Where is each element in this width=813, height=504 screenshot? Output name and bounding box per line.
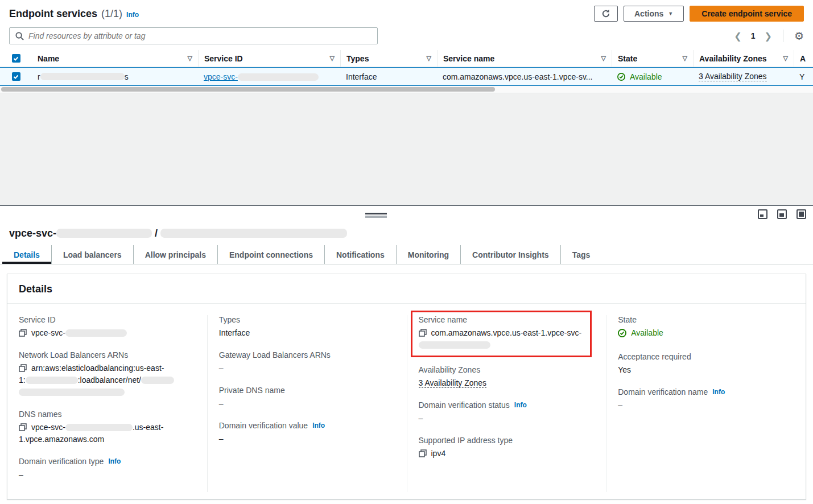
tab-monitoring[interactable]: Monitoring [396, 245, 460, 264]
resource-count: (1/1) [101, 8, 122, 20]
empty-value: – [618, 399, 794, 411]
page-header: Endpoint services (1/1) Info Actions ▼ C… [0, 0, 813, 25]
field-service-id: Service ID vpce-svc- [19, 315, 196, 339]
split-pane-drag-handle[interactable] [365, 213, 387, 218]
search-input[interactable] [28, 31, 372, 40]
column-header-service-name: Service name [443, 54, 494, 63]
copy-icon[interactable] [419, 449, 427, 457]
next-page-icon[interactable]: ❯ [764, 31, 773, 42]
detail-split-pane: vpce-svc- / Details Load balancers Allow… [0, 205, 813, 504]
select-all-checkbox[interactable] [12, 54, 20, 63]
sort-icon[interactable]: ▽ [188, 55, 192, 62]
sort-icon[interactable]: ▽ [330, 55, 335, 62]
redacted-title-name [160, 229, 347, 238]
dns-value-line2: 1.vpce.amazonaws.com [19, 435, 104, 444]
nlb-arn-line2-prefix: 1: [19, 375, 26, 385]
sort-icon[interactable]: ▽ [783, 55, 788, 62]
column-header-name: Name [38, 54, 59, 63]
column-header-service-id: Service ID [204, 54, 243, 63]
detail-pane-title: vpce-svc- / [0, 223, 813, 245]
divider [783, 30, 784, 42]
service-name-highlight-box: Service name com.amazonaws.vpce.us-east-… [411, 311, 592, 357]
header-info-link[interactable]: Info [126, 11, 139, 19]
field-domain-verification-value: Domain verification value Info – [219, 421, 395, 445]
field-label: Acceptance required [618, 352, 794, 361]
tab-allow-principals[interactable]: Allow principals [133, 245, 217, 264]
service-id-prefix: vpce-svc- [204, 72, 238, 81]
field-label: Service ID [19, 315, 196, 324]
gear-icon[interactable]: ⚙ [794, 31, 804, 42]
detail-tabs: Details Load balancers Allow principals … [0, 245, 813, 265]
tab-notifications[interactable]: Notifications [324, 245, 396, 264]
copy-icon[interactable] [19, 329, 27, 337]
field-label: Service name [419, 315, 584, 324]
field-label: Availability Zones [419, 365, 595, 374]
refresh-button[interactable] [594, 6, 618, 22]
scrollbar-thumb[interactable] [1, 87, 495, 92]
actions-button[interactable]: Actions ▼ [624, 6, 684, 22]
field-availability-zones: Availability Zones 3 Availability Zones [419, 365, 595, 389]
info-link[interactable]: Info [712, 388, 725, 396]
resource-list-pane: Endpoint services (1/1) Info Actions ▼ C… [0, 0, 813, 205]
panel-size-controls [758, 209, 806, 219]
row-types: Interface [340, 68, 437, 85]
previous-page-icon[interactable]: ❮ [733, 31, 742, 42]
field-label: Gateway Load Balancers ARNs [219, 350, 395, 360]
details-column-4: State Available Accept [606, 315, 806, 492]
horizontal-scrollbar[interactable] [0, 86, 813, 93]
sort-icon[interactable]: ▽ [427, 55, 431, 62]
tab-load-balancers[interactable]: Load balancers [51, 245, 133, 264]
field-supported-ip-type: Supported IP address type ipv4 [419, 436, 595, 460]
row-name: r s [32, 68, 198, 85]
pagination: ❮ 1 ❯ ⚙ [733, 30, 804, 42]
sort-icon[interactable]: ▽ [601, 55, 606, 62]
field-state: State Available [618, 315, 794, 341]
service-id-value-prefix: vpce-svc- [31, 328, 65, 337]
tab-endpoint-connections[interactable]: Endpoint connections [217, 245, 324, 264]
row-acceptance-truncated: Y [794, 68, 813, 85]
redacted-service-id [238, 73, 319, 81]
details-card-heading: Details [19, 283, 794, 295]
check-icon [13, 74, 19, 80]
empty-value: – [219, 433, 395, 445]
table-header-row: Name ▽ Service ID ▽ Types ▽ Service name… [0, 50, 813, 67]
redacted-title-id [56, 229, 152, 238]
table-toolbar: ❮ 1 ❯ ⚙ [0, 25, 813, 50]
available-check-icon [617, 73, 625, 81]
panel-size-large-icon[interactable] [797, 209, 806, 219]
empty-area [0, 93, 813, 205]
details-card: Details Service ID vpce-svc- [7, 274, 806, 499]
current-page: 1 [751, 31, 756, 40]
redacted-name [40, 73, 125, 80]
create-endpoint-service-button[interactable]: Create endpoint service [690, 6, 804, 22]
service-id-link[interactable]: vpce-svc- [204, 72, 319, 81]
panel-size-medium-icon[interactable] [777, 209, 787, 219]
field-label: Supported IP address type [419, 436, 595, 445]
copy-icon[interactable] [19, 423, 27, 431]
field-dns-names: DNS names vpce-svc-.us-east- 1.vpce.amaz… [19, 410, 196, 445]
field-label: Private DNS name [219, 386, 395, 395]
row-checkbox[interactable] [12, 72, 20, 81]
tab-details[interactable]: Details [2, 245, 51, 264]
status-badge: Available [617, 72, 662, 81]
pane-title-separator: / [155, 228, 158, 239]
tab-tags[interactable]: Tags [560, 245, 602, 264]
availability-zones-link[interactable]: 3 Availability Zones [419, 378, 487, 388]
table-row[interactable]: r s vpce-svc- Interface com.amazonaws.vp… [0, 67, 813, 86]
sort-icon[interactable]: ▽ [683, 55, 687, 62]
endpoint-services-page: Endpoint services (1/1) Info Actions ▼ C… [0, 0, 813, 504]
field-label: Types [219, 315, 395, 324]
info-link[interactable]: Info [312, 422, 325, 429]
copy-icon[interactable] [19, 364, 27, 372]
copy-icon[interactable] [419, 329, 427, 337]
panel-size-small-icon[interactable] [758, 209, 767, 219]
availability-zones-link[interactable]: 3 Availability Zones [699, 72, 767, 81]
redacted-lb-name [141, 377, 174, 384]
info-link[interactable]: Info [108, 457, 121, 465]
nlb-arn-line1: arn:aws:elasticloadbalancing:us-east- [31, 363, 164, 373]
details-column-3: Service name com.amazonaws.vpce.us-east-… [407, 315, 606, 492]
search-box[interactable] [9, 27, 378, 44]
tab-contributor-insights[interactable]: Contributor Insights [460, 245, 560, 264]
info-link[interactable]: Info [514, 401, 527, 409]
page-title: Endpoint services [9, 8, 97, 20]
